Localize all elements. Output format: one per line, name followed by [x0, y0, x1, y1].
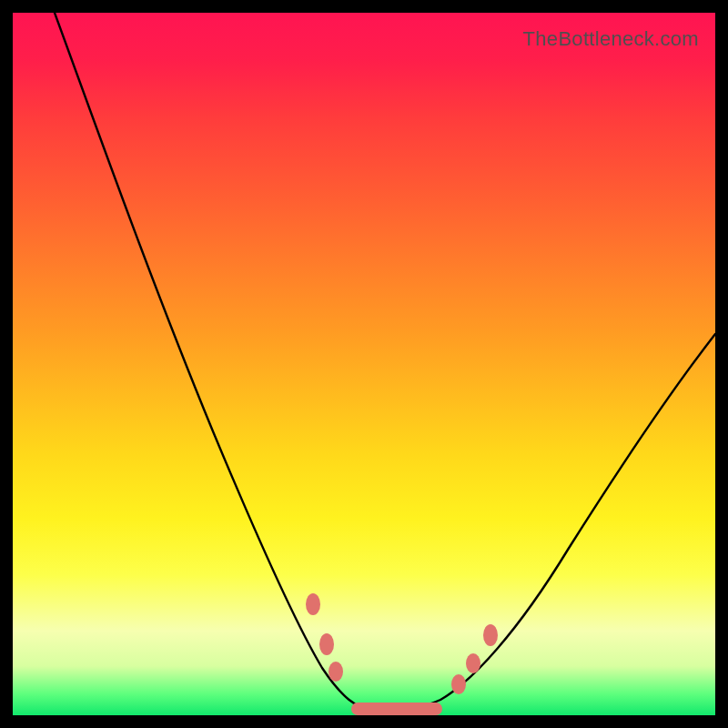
- flat-segment-marker: [351, 703, 442, 715]
- data-marker: [306, 593, 320, 615]
- data-marker: [466, 653, 480, 673]
- data-marker: [451, 674, 466, 694]
- data-marker: [319, 633, 334, 655]
- plot-area: TheBottleneck.com: [13, 13, 715, 715]
- watermark-text: TheBottleneck.com: [523, 27, 699, 51]
- chart-frame: TheBottleneck.com: [0, 0, 728, 728]
- data-marker: [329, 662, 343, 682]
- curve-svg: [13, 13, 715, 715]
- data-marker: [483, 624, 498, 646]
- bottleneck-curve-path: [55, 13, 715, 711]
